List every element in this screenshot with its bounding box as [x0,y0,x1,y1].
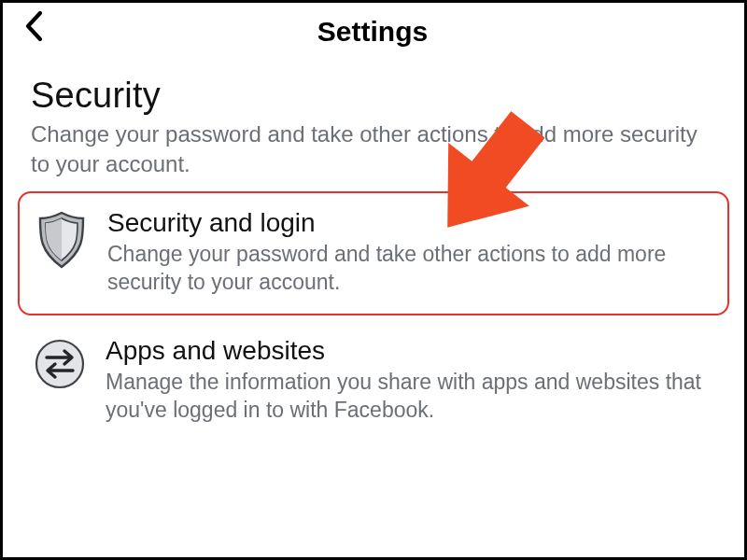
item-apps-and-websites[interactable]: Apps and websites Manage the information… [18,321,729,441]
settings-list: Security and login Change your password … [3,191,744,441]
section-heading: Security [31,76,716,116]
shield-icon [33,210,91,270]
section-security: Security Change your password and take o… [3,55,744,191]
section-description: Change your password and take other acti… [31,119,716,180]
item-description: Change your password and take other acti… [107,240,714,297]
item-title: Apps and websites [106,336,716,366]
header: Settings [3,3,744,55]
back-button[interactable] [23,10,44,47]
item-security-and-login[interactable]: Security and login Change your password … [18,191,729,315]
swap-arrows-icon [31,338,89,390]
page-title: Settings [20,16,726,48]
item-body: Security and login Change your password … [107,208,714,297]
item-body: Apps and websites Manage the information… [106,336,716,425]
svg-point-0 [36,341,83,387]
chevron-left-icon [23,10,44,42]
item-description: Manage the information you share with ap… [106,368,716,425]
item-title: Security and login [107,208,714,238]
